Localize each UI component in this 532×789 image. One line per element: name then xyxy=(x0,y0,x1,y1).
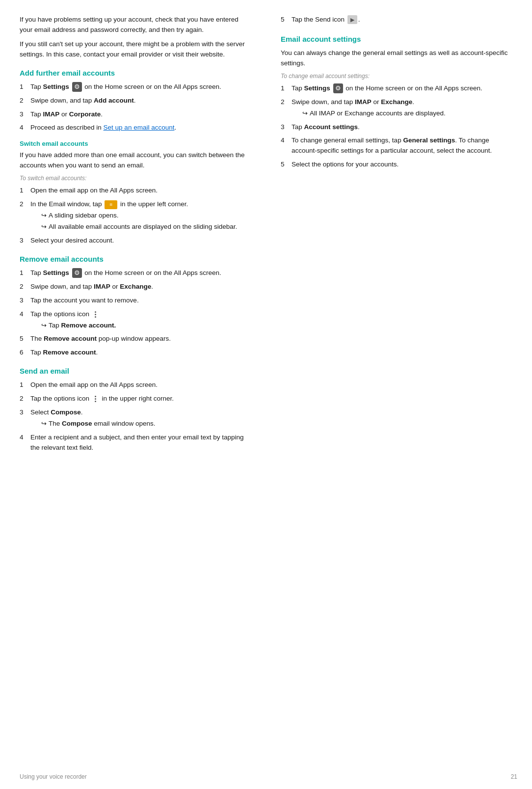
send-step-4: 4 Enter a recipient and a subject, and t… xyxy=(20,433,251,453)
step-num: 3 xyxy=(281,122,292,133)
step-num: 2 xyxy=(20,282,30,292)
step-num: 2 xyxy=(20,394,30,404)
step-num: 3 xyxy=(20,408,30,418)
remove-step-2: 2 Swipe down, and tap IMAP or Exchange. xyxy=(20,282,251,292)
remove-email-heading: Remove email accounts xyxy=(20,255,251,263)
step-num: 1 xyxy=(20,268,30,278)
remove-step-4: 4 Tap the options icon ↪ Tap Remove acco… xyxy=(20,309,251,331)
email-settings-step-5: 5 Select the options for your accounts. xyxy=(281,160,512,170)
set-up-link[interactable]: Set up an email account xyxy=(104,124,175,131)
remove-step-3: 3 Tap the account you want to remove. xyxy=(20,296,251,306)
step-num: 1 xyxy=(20,82,30,92)
remove-step-6: 6 Tap Remove account. xyxy=(20,348,251,358)
switch-intro: If you have added more than one email ac… xyxy=(20,150,251,171)
options-icon xyxy=(92,395,99,404)
send-steps: 1 Open the email app on the All Apps scr… xyxy=(20,380,251,453)
step-num: 3 xyxy=(20,109,30,120)
step-num: 4 xyxy=(20,309,30,320)
settings-icon xyxy=(72,82,82,92)
footer-label: Using your voice recorder xyxy=(20,773,87,780)
send-step-5-list: 5 Tap the Send icon . xyxy=(281,15,512,25)
intro-paragraph-1: If you have problems setting up your acc… xyxy=(20,15,251,35)
page-footer: 21 xyxy=(511,773,517,780)
step-num: 2 xyxy=(281,97,292,108)
remove-step-5: 5 The Remove account pop-up window appea… xyxy=(20,334,251,344)
arrow-item-2: ↪ All available email accounts are displ… xyxy=(41,222,251,232)
step-num: 5 xyxy=(20,334,30,344)
switch-step-2: 2 In the Email window, tap ≡ in the uppe… xyxy=(20,199,251,232)
step-num: 1 xyxy=(281,83,292,94)
add-step-4: 4 Proceed as described in Set up an emai… xyxy=(20,123,251,133)
settings-icon xyxy=(72,268,82,278)
step-num: 1 xyxy=(20,186,30,196)
email-icon: ≡ xyxy=(105,200,117,209)
switch-label: To switch email accounts: xyxy=(20,175,251,182)
step-num: 5 xyxy=(281,160,292,170)
email-settings-step-1: 1 Tap Settings on the Home screen or on … xyxy=(281,83,512,94)
arrow-item-compose: ↪ The Compose email window opens. xyxy=(41,419,251,429)
send-icon xyxy=(347,15,357,24)
step-num: 4 xyxy=(281,136,292,146)
email-settings-step-3: 3 Tap Account settings. xyxy=(281,122,512,133)
send-step-3: 3 Select Compose. ↪ The Compose email wi… xyxy=(20,408,251,429)
send-email-heading: Send an email xyxy=(20,367,251,375)
send-step-1: 1 Open the email app on the All Apps scr… xyxy=(20,380,251,390)
step-num: 6 xyxy=(20,348,30,358)
add-step-1: 1 Tap Settings on the Home screen or on … xyxy=(20,82,251,92)
switch-step-3: 3 Select your desired account. xyxy=(20,236,251,246)
arrow-item-1: ↪ A sliding sidebar opens. xyxy=(41,211,251,221)
add-step-3: 3 Tap IMAP or Corporate. xyxy=(20,109,251,120)
arrow-item-remove: ↪ Tap Remove account. xyxy=(41,321,251,331)
options-icon xyxy=(92,310,99,319)
add-email-steps: 1 Tap Settings on the Home screen or on … xyxy=(20,82,251,134)
switch-steps: 1 Open the email app on the All Apps scr… xyxy=(20,186,251,246)
email-settings-intro: You can always change the general email … xyxy=(281,48,512,69)
remove-step-1: 1 Tap Settings on the Home screen or on … xyxy=(20,268,251,278)
step-num: 5 xyxy=(281,15,292,25)
email-settings-label: To change email account settings: xyxy=(281,73,512,80)
email-settings-step-2: 2 Swipe down, and tap IMAP or Exchange. … xyxy=(281,97,512,119)
email-settings-heading: Email account settings xyxy=(281,35,512,43)
intro-paragraph-2: If you still can't set up your account, … xyxy=(20,39,251,60)
step-num: 1 xyxy=(20,380,30,390)
step-num: 2 xyxy=(20,96,30,106)
switch-step-1: 1 Open the email app on the All Apps scr… xyxy=(20,186,251,196)
step-num: 3 xyxy=(20,296,30,306)
add-step-2: 2 Swipe down, and tap Add account. xyxy=(20,96,251,106)
send-step-2: 2 Tap the options icon in the upper righ… xyxy=(20,394,251,404)
step-num: 4 xyxy=(20,123,30,133)
remove-steps: 1 Tap Settings on the Home screen or on … xyxy=(20,268,251,358)
page-number: 21 xyxy=(511,773,517,780)
add-email-heading: Add further email accounts xyxy=(20,69,251,77)
send-step-5: 5 Tap the Send icon . xyxy=(281,15,512,25)
step-num: 3 xyxy=(20,236,30,246)
step-num: 2 xyxy=(20,199,30,210)
step-num: 4 xyxy=(20,433,30,443)
email-settings-step-4: 4 To change general email settings, tap … xyxy=(281,136,512,156)
email-settings-steps: 1 Tap Settings on the Home screen or on … xyxy=(281,83,512,170)
switch-email-heading: Switch email accounts xyxy=(20,140,251,147)
arrow-item-imap: ↪ All IMAP or Exchange accounts are disp… xyxy=(302,109,512,119)
settings-icon xyxy=(333,83,343,93)
